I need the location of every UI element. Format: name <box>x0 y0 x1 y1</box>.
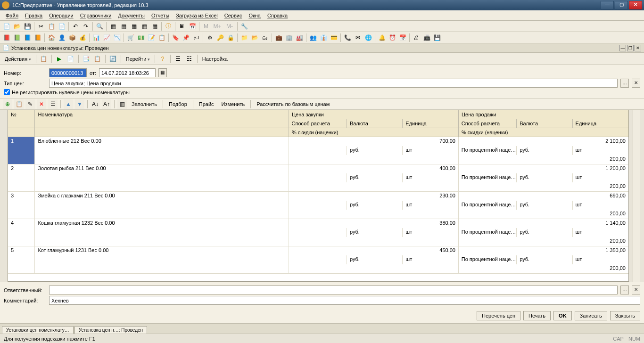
gt-add-icon[interactable]: ⊕ <box>3 99 12 109</box>
col-header-buy[interactable]: Цена закупки <box>289 110 459 119</box>
dt-icon[interactable]: ☰ <box>173 54 183 64</box>
cal-icon[interactable]: 📅 <box>188 22 197 31</box>
save-button[interactable]: Записать <box>575 311 607 320</box>
calc-icon[interactable]: 🖩 <box>177 22 187 31</box>
price-type-select-icon[interactable]: … <box>620 79 629 88</box>
tb2-icon[interactable]: 🔒 <box>226 33 235 42</box>
number-input[interactable]: 00000000013 <box>49 68 87 77</box>
tb2-icon[interactable]: 📙 <box>33 33 42 42</box>
date-picker-icon[interactable]: ▦ <box>158 68 167 77</box>
actions-dropdown[interactable]: Действия <box>3 56 33 62</box>
vertical-scrollbar[interactable] <box>633 110 640 282</box>
tb2-icon[interactable]: 📘 <box>23 33 32 42</box>
tb2-icon[interactable]: 📕 <box>2 33 11 42</box>
dt-icon[interactable]: ☷ <box>185 54 194 64</box>
col-header-sell[interactable]: Цена продажи <box>459 110 628 119</box>
tb2-icon[interactable]: 👔 <box>319 33 328 42</box>
price-button[interactable]: Прайс <box>196 100 217 108</box>
tb2-icon[interactable]: 🏷 <box>191 33 201 42</box>
tb2-icon[interactable]: 🏠 <box>47 33 56 42</box>
col-header-unit[interactable]: Единица <box>573 119 628 128</box>
tb2-icon[interactable]: 📞 <box>343 33 352 42</box>
price-list-button[interactable]: Перечень цен <box>477 311 520 320</box>
menu-reports[interactable]: Отчеты <box>149 12 172 19</box>
open-icon[interactable]: 📂 <box>12 22 22 31</box>
tb2-icon[interactable]: 📌 <box>181 33 190 42</box>
tb2-icon[interactable]: 📊 <box>91 33 101 42</box>
nav3-icon[interactable]: ▦ <box>129 22 139 31</box>
tb2-icon[interactable]: 📉 <box>112 33 122 42</box>
tools-icon[interactable]: 🔧 <box>239 22 249 31</box>
table-row[interactable]: 5Кот гламурный 1231 Вес 0.00450,001 350,… <box>8 246 628 274</box>
table-row[interactable]: 1Влюбленные 212 Вес 0.00700,002 100,00ру… <box>8 137 628 164</box>
cut-icon[interactable]: ✂ <box>36 22 46 31</box>
menu-excel[interactable]: Загрузка из Excel <box>173 12 221 19</box>
date-input[interactable]: 14.07.2012 18:03:26 <box>99 68 156 77</box>
col-header-method[interactable]: Способ расчета <box>459 119 517 128</box>
close-button[interactable]: Закрыть <box>610 311 640 320</box>
price-type-clear-icon[interactable]: ✕ <box>632 79 640 88</box>
new-icon[interactable]: 📄 <box>2 22 11 31</box>
tb2-icon[interactable]: 💰 <box>78 33 87 42</box>
save-icon[interactable]: 💾 <box>23 22 32 31</box>
tb2-icon[interactable]: 🔔 <box>377 33 387 42</box>
nav5-icon[interactable]: ▦ <box>150 22 159 31</box>
tb2-icon[interactable]: 🌐 <box>363 33 373 42</box>
fill-dropdown[interactable]: Заполнить <box>129 100 160 108</box>
gt-edit-icon[interactable]: ✎ <box>25 99 35 109</box>
dt-icon[interactable]: 📑 <box>82 54 91 64</box>
responsible-clear-icon[interactable]: ✕ <box>632 286 640 294</box>
menu-service[interactable]: Сервис <box>222 12 245 19</box>
menu-catalogs[interactable]: Справочники <box>77 12 115 19</box>
tb2-icon[interactable]: 🏭 <box>295 33 304 42</box>
tb2-icon[interactable]: 📋 <box>157 33 166 42</box>
copy-icon[interactable]: 📋 <box>47 22 56 31</box>
grid-body[interactable]: 1Влюбленные 212 Вес 0.00700,002 100,00ру… <box>8 137 628 281</box>
col-header-currency[interactable]: Валюта <box>347 119 403 128</box>
table-row[interactable]: 2Золотая рыбка 211 Вес 0.00400,001 200,0… <box>8 164 628 192</box>
tb2-icon[interactable]: 💵 <box>136 33 146 42</box>
menu-help[interactable]: Справка <box>264 12 290 19</box>
change-dropdown[interactable]: Изменить <box>219 100 248 108</box>
redo-icon[interactable]: ↷ <box>81 22 91 31</box>
mplus-label[interactable]: M+ <box>212 22 223 31</box>
settings-label[interactable]: Настройка <box>200 56 230 62</box>
dt-icon[interactable]: 📄 <box>66 54 75 64</box>
tb2-icon[interactable]: 📈 <box>102 33 111 42</box>
tb2-icon[interactable]: 🏢 <box>284 33 294 42</box>
m-label[interactable]: M <box>201 22 211 31</box>
gt-barcode-icon[interactable]: ▥ <box>117 99 127 109</box>
tb2-icon[interactable]: 💳 <box>329 33 339 42</box>
menu-operations[interactable]: Операции <box>46 12 76 19</box>
tb2-icon[interactable]: 🛒 <box>126 33 135 42</box>
col-header-method[interactable]: Способ расчета <box>289 119 347 128</box>
menu-documents[interactable]: Документы <box>115 12 148 19</box>
price-type-input[interactable]: Цена закупки; Цена продажи <box>49 79 618 88</box>
responsible-select-icon[interactable]: … <box>620 286 629 294</box>
tb2-icon[interactable]: 📗 <box>12 33 22 42</box>
gt-down-icon[interactable]: ▼ <box>75 99 84 109</box>
doc-close-icon[interactable]: ✕ <box>635 45 641 51</box>
maximize-button[interactable]: ▢ <box>615 1 628 9</box>
close-button[interactable]: ✕ <box>629 1 642 9</box>
gt-copy-icon[interactable]: 📋 <box>14 99 24 109</box>
tb2-icon[interactable]: ⏰ <box>388 33 397 42</box>
info-icon[interactable]: ⓘ <box>164 22 173 31</box>
print-button[interactable]: Печать <box>523 311 551 320</box>
tb2-icon[interactable]: 🔑 <box>215 33 225 42</box>
dt-icon[interactable]: 📋 <box>39 54 49 64</box>
dt-icon[interactable]: 🔄 <box>108 54 118 64</box>
tb2-icon[interactable]: 📂 <box>250 33 259 42</box>
tb2-icon[interactable]: 💼 <box>274 33 283 42</box>
tab-item[interactable]: Установки цен номенклату… <box>2 326 74 334</box>
tb2-icon[interactable]: 🖨 <box>412 33 421 42</box>
tb2-icon[interactable]: 👥 <box>308 33 318 42</box>
menu-file[interactable]: Файл <box>3 12 21 19</box>
tb2-icon[interactable]: ✉ <box>353 33 363 42</box>
tb2-icon[interactable]: 📁 <box>239 33 249 42</box>
tb2-icon[interactable]: 📠 <box>422 33 431 42</box>
table-row[interactable]: 3Змейка с глазками 211 Вес 0.00230,00690… <box>8 192 628 219</box>
doc-min-icon[interactable]: — <box>619 45 626 51</box>
help-icon[interactable]: ? <box>158 54 167 64</box>
table-row[interactable]: 4Кошка гламурная 1232 Вес 0.00380,001 14… <box>8 219 628 246</box>
